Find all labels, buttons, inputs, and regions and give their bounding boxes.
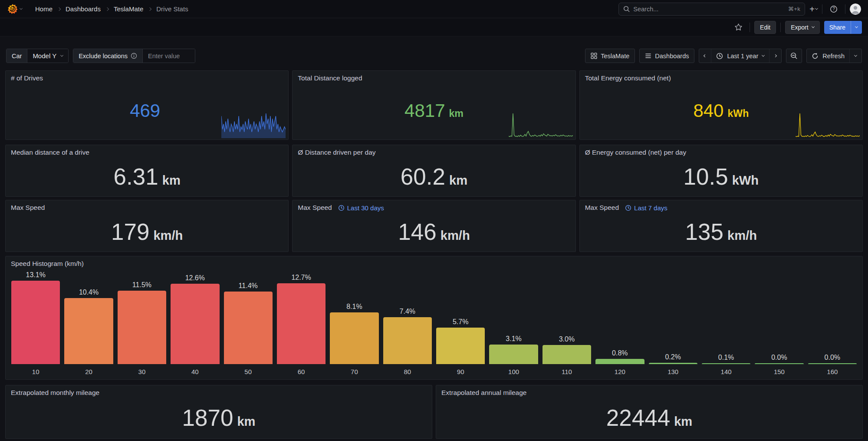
search-box[interactable]: ⌘+k (618, 3, 805, 16)
histogram-bar[interactable] (542, 345, 591, 364)
panel-title: Ø Distance driven per day (298, 149, 375, 156)
stat-unit: km (449, 108, 464, 119)
histogram-bar[interactable] (755, 363, 803, 365)
histogram-x-label: 20 (85, 368, 92, 376)
histogram-value-label: 8.1% (346, 303, 362, 311)
add-new-button[interactable]: + (809, 5, 818, 13)
edit-button[interactable]: Edit (754, 21, 776, 34)
time-range-picker[interactable]: Last 1 year (711, 49, 769, 63)
last-30-days-link[interactable]: Last 30 days (338, 204, 384, 212)
panel-title: Total Energy consumed (net) (585, 74, 671, 82)
breadcrumb-home[interactable]: Home (35, 5, 53, 13)
histogram-value-label: 3.1% (506, 335, 521, 343)
stat-unit: km (449, 173, 467, 188)
panel-title: Extrapolated annual mileage (441, 389, 526, 397)
teslamate-app-button[interactable]: TeslaMate (585, 49, 635, 63)
search-shortcut-hint: ⌘+k (788, 6, 801, 12)
dashboard-grid: # of Drives 469 Total Distance logged 48… (0, 63, 868, 439)
time-range-label: Last 1 year (727, 53, 758, 60)
star-icon (734, 23, 743, 31)
histogram-bar[interactable] (808, 363, 857, 365)
histogram-bar[interactable] (383, 317, 432, 364)
histogram-slot: 3.1%100 (487, 335, 540, 376)
chevron-down-icon (762, 54, 765, 57)
histogram-bar[interactable] (595, 359, 644, 364)
grafana-logo[interactable] (4, 3, 25, 15)
histogram-bar[interactable] (330, 312, 378, 364)
exclude-locations-input[interactable] (143, 49, 195, 63)
histogram-value-label: 13.1% (26, 271, 46, 279)
info-icon (131, 53, 137, 59)
histogram-bar[interactable] (489, 345, 538, 364)
panel-title: Total Distance logged (298, 74, 362, 82)
histogram-value-label: 0.1% (718, 354, 734, 361)
histogram-slot: 3.0%110 (540, 335, 593, 376)
histogram-bar[interactable] (224, 292, 273, 364)
stat-value: 22444 (606, 405, 670, 431)
panel-title: Median distance of a drive (11, 149, 89, 156)
histogram-bar[interactable] (649, 363, 697, 364)
histogram-bar[interactable] (171, 284, 219, 364)
chevron-left-icon (704, 54, 707, 57)
breadcrumb-separator-icon (105, 7, 109, 10)
help-button[interactable]: ? (827, 2, 841, 16)
dashboards-list-button[interactable]: Dashboards (639, 49, 694, 63)
refresh-icon (812, 53, 819, 60)
histogram-bar[interactable] (11, 281, 60, 364)
subnav-divider (780, 23, 781, 32)
histogram-slot: 0.1%140 (700, 354, 753, 376)
zoom-out-button[interactable] (786, 49, 802, 63)
chevron-down-icon (812, 25, 815, 28)
histogram-bar[interactable] (436, 328, 485, 364)
stat-unit: km (162, 173, 181, 188)
stat-unit: kWh (727, 108, 749, 119)
histogram-bar[interactable] (277, 283, 326, 364)
time-range-back-button[interactable] (699, 49, 711, 63)
apps-grid-icon (591, 53, 597, 59)
stat-value: 146 (398, 219, 436, 245)
histogram-value-label: 10.4% (79, 288, 99, 296)
exclude-locations-label: Exclude locations (73, 49, 143, 63)
panel-max-speed-7d: Max Speed Last 7 days 135 km/h (579, 200, 863, 252)
histogram-slot: 5.7%90 (434, 318, 487, 376)
last-7-days-link[interactable]: Last 7 days (625, 204, 667, 212)
breadcrumb-teslamate[interactable]: TeslaMate (114, 5, 143, 13)
stat-value: 60.2 (401, 163, 445, 190)
export-button-label: Export (791, 24, 808, 31)
favorite-button[interactable] (731, 20, 745, 34)
export-button[interactable]: Export (785, 21, 819, 34)
panel-median-distance: Median distance of a drive 6.31 km (5, 145, 289, 197)
breadcrumb-dashboards[interactable]: Dashboards (66, 5, 101, 13)
histogram-bar[interactable] (118, 291, 166, 364)
histogram-value-label: 0.0% (771, 354, 787, 361)
stat-unit: km/h (441, 229, 470, 243)
stat-unit: km/h (153, 229, 183, 243)
histogram-bar[interactable] (702, 363, 750, 365)
histogram-slot: 11.5%30 (115, 281, 168, 376)
panel-avg-distance-per-day: Ø Distance driven per day 60.2 km (292, 145, 575, 197)
histogram-slot: 0.2%130 (647, 353, 700, 376)
nav-divider (845, 4, 845, 14)
histogram-value-label: 7.4% (400, 308, 415, 315)
share-dropdown-button[interactable] (851, 21, 862, 34)
panel-title: Max Speed (298, 204, 332, 212)
stat-value: 469 (130, 100, 160, 121)
user-avatar[interactable] (850, 3, 861, 15)
dashboard-actions-bar: Edit Export Share (0, 18, 868, 36)
car-variable-select[interactable]: Model Y (27, 49, 68, 63)
time-range-forward-button[interactable] (769, 49, 781, 63)
refresh-button[interactable]: Refresh (807, 49, 849, 63)
zoom-out-icon (790, 52, 798, 60)
chevron-down-icon (855, 25, 858, 28)
histogram-slot: 8.1%70 (328, 303, 381, 376)
search-input[interactable] (633, 6, 784, 13)
histogram-bar[interactable] (64, 298, 113, 364)
panel-max-speed: Max Speed 179 km/h (5, 200, 289, 252)
refresh-interval-dropdown[interactable] (849, 49, 861, 63)
histogram-x-label: 70 (351, 368, 358, 376)
dashboard-controls: Car Model Y Exclude locations (0, 49, 868, 63)
share-button[interactable]: Share (824, 21, 851, 34)
teslamate-button-label: TeslaMate (601, 53, 629, 60)
histogram-slot: 11.4%50 (222, 282, 275, 376)
panel-title: Ø Energy consumed (net) per day (585, 149, 686, 156)
